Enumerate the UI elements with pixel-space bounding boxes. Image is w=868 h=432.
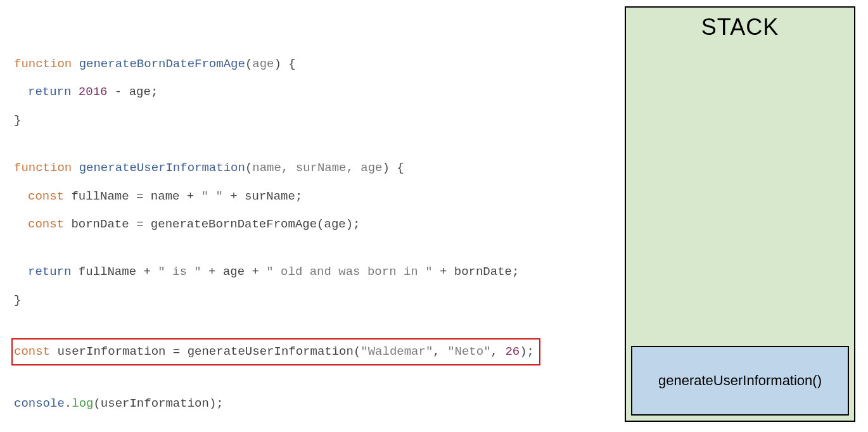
blank-line — [14, 374, 540, 394]
stack-title: STACK — [701, 14, 779, 41]
highlighted-execution-line: const userInformation = generateUserInfo… — [11, 338, 540, 365]
code-line-2: return 2016 - age; — [14, 82, 540, 101]
code-line-3: } — [14, 111, 540, 130]
blank-line — [14, 243, 540, 262]
code-line-4: function generateUserInformation(name, s… — [14, 158, 540, 177]
code-line-8: } — [14, 291, 540, 310]
code-line-5: const fullName = name + " " + surName; — [14, 187, 540, 206]
code-line-7: return fullName + " is " + age + " old a… — [14, 262, 540, 281]
blank-line — [14, 319, 540, 338]
code-line-6: const bornDate = generateBornDateFromAge… — [14, 215, 540, 234]
blank-line — [14, 139, 540, 158]
code-area: function generateBornDateFromAge(age) { … — [14, 54, 540, 422]
stack-frame: generateUserInformation() — [631, 346, 849, 416]
call-stack-panel: STACK generateUserInformation() — [625, 6, 855, 422]
code-line-10: console.log(userInformation); — [14, 394, 540, 413]
code-line-1: function generateBornDateFromAge(age) { — [14, 54, 540, 73]
